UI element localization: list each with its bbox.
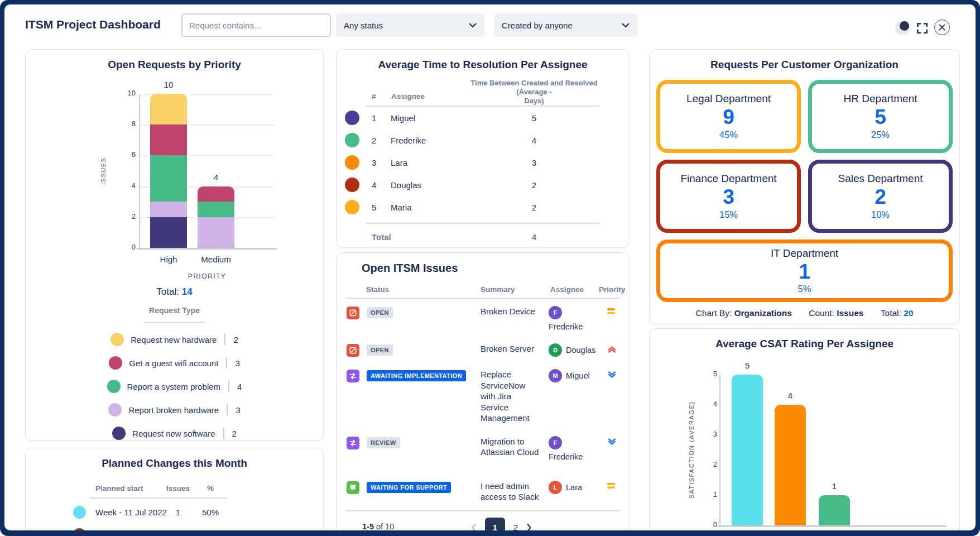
legend-label: Request new software: [132, 429, 215, 438]
table-row: 5 Maria 2: [337, 196, 629, 218]
y-axis-title: SATISFACTION (AVERAGE): [688, 375, 695, 525]
planned-start: Week - 25 Jul 2022: [95, 530, 167, 531]
y-tick-label: 3: [702, 430, 717, 438]
planned-start: Week - 11 Jul 2022: [95, 508, 167, 517]
priority-lowest-icon: [607, 437, 630, 449]
legend-item: Request new software 2: [26, 422, 323, 445]
column-header: Issues: [161, 484, 195, 492]
days-value: 2: [469, 180, 599, 190]
table-row: 1 Miguel 5: [337, 107, 629, 129]
panel-title: Open ITSM Issues: [337, 262, 629, 275]
assignee-name: Douglas: [391, 180, 469, 190]
priority-chart-plot: 0246810ISSUES10High4MediumPRIORITY: [140, 94, 274, 248]
issues-count: 1: [161, 530, 195, 531]
y-tick-label: 10: [120, 89, 136, 97]
x-category-label: Medium: [185, 255, 247, 264]
legend-item: Request new hardware 2: [26, 328, 323, 351]
bar-total-label: 4: [191, 173, 241, 182]
support-type-icon: [347, 481, 359, 494]
org-card-finance: Finance Department 3 15%: [656, 160, 801, 233]
table-row: 3 Lara 3: [337, 151, 629, 174]
column-header-priority: Priority: [599, 285, 625, 294]
open-requests-by-priority-panel: Open Requests by Priority 0246810ISSUES1…: [25, 49, 324, 441]
status-filter-select[interactable]: Any status: [336, 13, 484, 37]
pagination-page-1[interactable]: 1: [485, 518, 505, 530]
issues-count: 1: [161, 508, 195, 517]
pagination-page-2[interactable]: 2: [513, 523, 518, 530]
column-header-assignee: Assignee: [550, 285, 584, 294]
divider: [224, 334, 225, 345]
org-percent: 45%: [719, 130, 738, 140]
bar-segment: [732, 375, 763, 525]
assignee-dot: [345, 155, 359, 170]
table-row: Week - 11 Jul 2022 1 50%: [26, 501, 323, 523]
issue-summary: Broken Server: [481, 343, 549, 355]
requests-per-org-panel: Requests Per Customer Organization Legal…: [649, 49, 960, 324]
divider: [143, 322, 206, 323]
org-cards: Legal Department 9 45% HR Department 5 2…: [656, 80, 953, 302]
legend-value: 3: [235, 358, 239, 368]
y-tick-label: 5: [702, 370, 717, 378]
close-icon[interactable]: [934, 20, 950, 35]
bar-segment: [150, 217, 187, 248]
column-header-status: Status: [366, 285, 389, 294]
avg-csat-panel: Average CSAT Rating Per Assignee 012345S…: [649, 328, 960, 530]
incident-type-icon: [347, 307, 359, 319]
change-type-icon: [347, 437, 359, 449]
search-input[interactable]: [181, 13, 331, 37]
assignee-dot: [345, 200, 359, 214]
pagination: 1-5 of 10 1 2: [337, 515, 629, 530]
rank: 1: [372, 113, 391, 123]
avatar: M: [549, 369, 562, 382]
legend-item: Report a system problem 4: [26, 375, 323, 398]
series-dot: [73, 528, 86, 531]
assignee-name: Miguel: [566, 371, 590, 380]
column-header-time: Time Between Created and Resolved (Avera…: [469, 79, 599, 106]
series-dot: [73, 506, 86, 519]
legend-dot: [111, 333, 124, 346]
org-name: Finance Department: [680, 173, 776, 185]
bar-total-label: 10: [143, 80, 194, 89]
creator-filter-select[interactable]: Created by anyone: [494, 13, 637, 37]
priority-medium-icon: [607, 483, 630, 489]
legend-title: Request Type: [26, 306, 323, 315]
priority-medium-icon: [607, 308, 630, 314]
legend-label: Report a system problem: [127, 382, 221, 391]
theme-toggle-icon[interactable]: [895, 21, 910, 35]
legend-item: Report broken hardware 3: [26, 398, 323, 422]
fullscreen-icon[interactable]: [916, 22, 928, 36]
pagination-range: 1-5 of 10: [362, 522, 394, 530]
priority-highest-icon: [607, 344, 630, 356]
org-name: Legal Department: [686, 93, 771, 105]
legend-value: 3: [236, 405, 240, 415]
assignee-dot: [345, 133, 359, 147]
org-card-hr: HR Department 5 25%: [808, 80, 953, 153]
status-badge: WAITING FOR SUPPORT: [367, 482, 451, 493]
legend-dot: [107, 380, 121, 393]
assignee-name: Frederike: [391, 136, 469, 145]
legend-dot: [109, 356, 122, 370]
org-percent: 10%: [871, 209, 890, 220]
stacked-bar-high: [150, 94, 187, 248]
bar-segment: [198, 186, 234, 202]
assignee-name: Miguel: [391, 113, 469, 123]
org-count: 1: [799, 261, 810, 283]
y-tick-label: 2: [120, 212, 136, 221]
bar-segment: [198, 202, 234, 217]
panel-title: Requests Per Customer Organization: [650, 59, 959, 71]
column-header-rank: #: [372, 92, 376, 100]
legend-item: Get a guest wifi account 3: [26, 351, 323, 375]
divider: [227, 404, 228, 415]
y-tick-label: 0: [702, 520, 717, 529]
legend-label: Report broken hardware: [128, 405, 219, 415]
chevron-right-icon[interactable]: [526, 523, 532, 531]
status-badge: AWAITING IMPLEMENTATION: [367, 370, 466, 381]
chevron-down-icon: [469, 23, 477, 28]
y-axis-title: ISSUES: [100, 94, 107, 248]
y-tick-label: 4: [120, 181, 136, 190]
assignee-name: Frederike: [549, 322, 583, 331]
y-tick-label: 2: [702, 460, 717, 468]
panel-title: Open Requests by Priority: [26, 59, 323, 71]
chevron-left-icon[interactable]: [470, 523, 477, 531]
column-header: %: [196, 484, 225, 492]
